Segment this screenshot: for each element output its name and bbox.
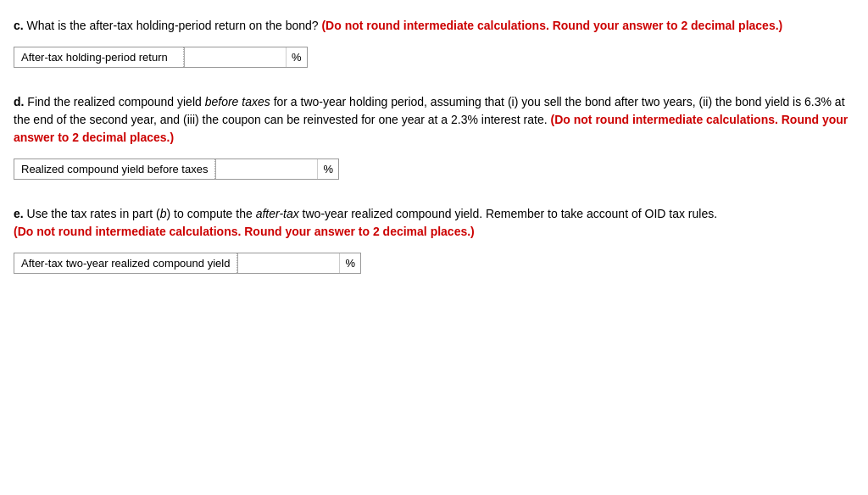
section-e-question: e. Use the tax rates in part (b) to comp… (14, 205, 854, 241)
section-d-field-label: Realized compound yield before taxes (14, 159, 215, 179)
section-c-input-row: After-tax holding-period return % (14, 47, 308, 68)
section-e-instruction: (Do not round intermediate calculations.… (14, 225, 475, 238)
section-d-input-row: Realized compound yield before taxes % (14, 159, 339, 180)
section-c-question: c. What is the after-tax holding-period … (14, 17, 854, 35)
section-d-input[interactable] (215, 159, 317, 179)
section-d-italic: before taxes (205, 95, 270, 108)
section-d-question: d. Find the realized compound yield befo… (14, 93, 854, 147)
section-c-input[interactable] (184, 47, 286, 67)
section-e-text-end: two-year realized compound yield. Rememb… (299, 207, 717, 220)
section-d-percent: % (317, 159, 338, 179)
section-c: c. What is the after-tax holding-period … (14, 17, 854, 68)
section-e-text-before: Use the tax rates in part ( (27, 207, 160, 220)
section-e-text-mid: ) to compute the (167, 207, 256, 220)
section-e-italic2: after-tax (256, 207, 299, 220)
section-e-label: e. (14, 207, 24, 220)
section-c-text: What is the after-tax holding-period ret… (27, 19, 319, 32)
section-c-instruction: (Do not round intermediate calculations.… (321, 19, 782, 32)
section-e-percent: % (339, 253, 360, 273)
section-d: d. Find the realized compound yield befo… (14, 93, 854, 180)
section-e: e. Use the tax rates in part (b) to comp… (14, 205, 854, 274)
section-e-input[interactable] (237, 253, 339, 273)
section-e-field-label: After-tax two-year realized compound yie… (14, 253, 237, 273)
section-c-field-label: After-tax holding-period return (14, 47, 184, 67)
section-c-label: c. (14, 19, 24, 32)
section-e-input-row: After-tax two-year realized compound yie… (14, 253, 361, 274)
section-c-percent: % (286, 47, 307, 67)
section-d-text-before: Find the realized compound yield (27, 95, 204, 108)
section-d-label: d. (14, 95, 24, 108)
section-e-italic-b: b (160, 207, 167, 220)
